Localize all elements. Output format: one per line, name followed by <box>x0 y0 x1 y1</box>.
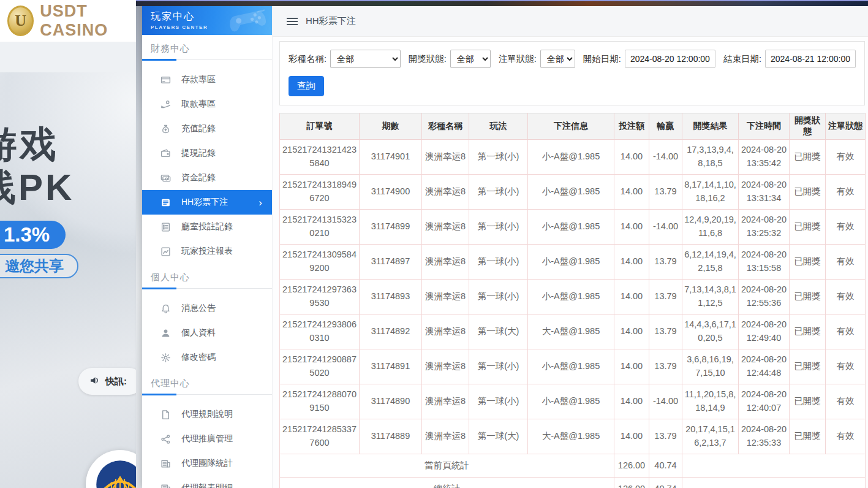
site-header: U USDT CASINO <box>0 0 142 42</box>
table-cell: 14.00 <box>614 349 649 384</box>
table-header-cell: 輸贏 <box>649 113 682 140</box>
panel-edge-gradient <box>136 0 142 488</box>
sidebar-item[interactable]: 修改密碼 <box>142 345 272 370</box>
ticker-label: 快訊: <box>105 376 127 387</box>
table-cell: 有效 <box>826 245 866 280</box>
summary-winloss-total: 40.74 <box>649 478 682 488</box>
table-cell: -14.00 <box>649 140 682 175</box>
draw-status-select[interactable]: 全部 <box>450 50 491 68</box>
table-cell: 澳洲幸运8 <box>422 175 469 210</box>
basketball-team-logo-icon <box>93 457 142 488</box>
summary-empty-cell <box>682 454 866 478</box>
sidebar-item[interactable]: 玩家投注報表 <box>142 239 272 264</box>
sidebar-item[interactable]: 代理報表明細 <box>142 476 272 488</box>
table-row: 215217241288070915031174890澳洲幸运8第一球(小)小-… <box>280 384 866 419</box>
table-cell: 有效 <box>826 210 866 245</box>
table-cell: 20,17,4,15,16,2,13,7 <box>682 419 739 454</box>
table-cell: 小-A盤@1.985 <box>528 280 614 315</box>
table-cell: 2152172413189496720 <box>280 175 360 210</box>
sidebar-item-label: 消息公告 <box>181 303 216 314</box>
table-cell: 第一球(大) <box>469 315 528 349</box>
section-title: 代理中心 <box>151 378 272 389</box>
speaker-icon <box>89 375 100 387</box>
summary-winloss-total: 40.74 <box>649 454 682 478</box>
site-subheader-band <box>0 42 142 72</box>
lottery-name-select[interactable]: 全部 <box>330 50 401 68</box>
table-header-cell: 下注時間 <box>739 113 790 140</box>
table-cell: 14.00 <box>614 419 649 454</box>
screen: U USDT CASINO 游戏 线PK 1.3% 邀您共享 快訊: <box>0 0 868 488</box>
sidebar-item[interactable]: 充值記錄 <box>142 116 272 141</box>
table-cell: 有效 <box>826 315 866 349</box>
table-cell: 第一球(小) <box>469 210 528 245</box>
sidebar-item[interactable]: 消息公告 <box>142 296 272 321</box>
search-button[interactable]: 查詢 <box>289 76 324 96</box>
summary-empty-cell <box>682 478 866 488</box>
sidebar-item[interactable]: 代理規則說明 <box>142 402 272 427</box>
end-date-input[interactable] <box>765 50 856 68</box>
section-underline <box>142 394 272 395</box>
table-row: 215217241293806031031174892澳洲幸运8第一球(大)大-… <box>280 315 866 349</box>
table-cell: 第一球(小) <box>469 384 528 419</box>
usdt-casino-logo[interactable]: U USDT CASINO <box>7 2 142 40</box>
table-cell: 2152172412938060310 <box>280 315 360 349</box>
table-cell: 13.79 <box>649 419 682 454</box>
page-header: HH彩票下注 <box>273 6 868 37</box>
chevron-right-icon: › <box>259 197 262 208</box>
table-cell: 2024-08-20 12:35:33 <box>739 419 790 454</box>
table-cell: 31174892 <box>360 315 422 349</box>
page-title: HH彩票下注 <box>306 15 356 27</box>
main-content: HH彩票下注 彩種名稱: 全部 開獎狀態: 全部 注單狀態: 全部 開始日期: … <box>273 6 868 488</box>
table-cell: 澳洲幸运8 <box>422 280 469 315</box>
order-status-select[interactable]: 全部 <box>540 50 575 68</box>
sidebar-item[interactable]: HH彩票下注› <box>142 190 272 215</box>
table-cell: 31174890 <box>360 384 422 419</box>
table-cell: 2152172412853377600 <box>280 419 360 454</box>
table-row: 215217241297363953031174893澳洲幸运8第一球(小)小-… <box>280 280 866 315</box>
table-cell: 小-A盤@1.985 <box>528 384 614 419</box>
news-ticker[interactable]: 快訊: <box>78 368 142 395</box>
table-row: 215217241290887502031174891澳洲幸运8第一球(小)小-… <box>280 349 866 384</box>
table-cell: 澳洲幸运8 <box>422 419 469 454</box>
table-cell: 2024-08-20 12:44:48 <box>739 349 790 384</box>
table-header-cell: 訂單號 <box>280 113 360 140</box>
table-cell: 已開獎 <box>790 175 826 210</box>
table-row: 215217241285337760031174889澳洲幸运8第一球(大)大-… <box>280 419 866 454</box>
table-cell: 第一球(小) <box>469 349 528 384</box>
table-cell: 已開獎 <box>790 349 826 384</box>
start-date-input[interactable] <box>625 50 715 68</box>
sidebar-item[interactable]: 代理團隊統計 <box>142 451 272 476</box>
sidebar-item[interactable]: 代理推廣管理 <box>142 427 272 451</box>
sidebar-item-label: 代理推廣管理 <box>181 433 233 444</box>
sidebar-item-label: 資金記錄 <box>181 172 216 183</box>
sidebar-item[interactable]: 取款專區 <box>142 92 272 116</box>
table-cell: 大-A盤@1.985 <box>528 315 614 349</box>
table-cell: 13.79 <box>649 175 682 210</box>
report-chart-icon <box>160 246 171 257</box>
menu-toggle-icon[interactable] <box>287 18 298 25</box>
table-cell: 2152172413214235840 <box>280 140 360 175</box>
promo-text-line1: 游戏 <box>0 120 59 170</box>
table-cell: 第一球(小) <box>469 140 528 175</box>
table-cell: 2024-08-20 12:49:40 <box>739 315 790 349</box>
sidebar-item[interactable]: 個人資料 <box>142 321 272 345</box>
order-status-label: 注單狀態: <box>499 53 537 65</box>
table-cell: 有效 <box>826 280 866 315</box>
sidebar-item[interactable]: 資金記錄 <box>142 166 272 190</box>
table-cell: 2024-08-20 13:15:58 <box>739 245 790 280</box>
table-cell: 2152172412880709150 <box>280 384 360 419</box>
summary-label: 總統計 <box>280 478 614 488</box>
table-header-cell: 注單狀態 <box>826 113 866 140</box>
table-cell: 第一球(小) <box>469 280 528 315</box>
banknote-icon <box>160 173 171 183</box>
background-site: U USDT CASINO 游戏 线PK 1.3% 邀您共享 快訊: <box>0 0 142 488</box>
sidebar-item[interactable]: 廳室投註記錄 <box>142 215 272 239</box>
start-date-label: 開始日期: <box>583 53 621 65</box>
sidebar-item[interactable]: 存款專區 <box>142 67 272 92</box>
sidebar-item[interactable]: 提現記錄 <box>142 141 272 166</box>
logo-text: USDT CASINO <box>40 2 142 40</box>
table-cell: 澳洲幸运8 <box>422 140 469 175</box>
top-banner-strip <box>136 0 868 6</box>
document-icon <box>160 410 171 420</box>
summary-bet-total: 126.00 <box>614 454 649 478</box>
